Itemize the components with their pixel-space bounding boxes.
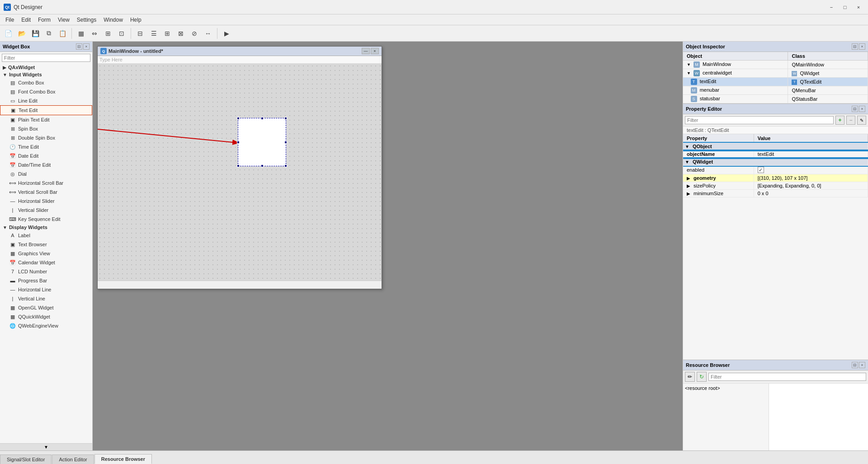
widget-item-progress-bar[interactable]: ▬ Progress Bar <box>0 276 92 285</box>
pe-table-wrapper[interactable]: Property Value ▼ QObject <box>683 134 868 360</box>
toolbar-layout-form[interactable]: ⊠ <box>175 27 187 40</box>
widget-item-combo-box[interactable]: ▤ Combo Box <box>0 78 92 87</box>
widget-box-float[interactable]: ⊟ <box>76 43 82 50</box>
widget-filter-input[interactable] <box>2 54 90 62</box>
menu-edit[interactable]: Edit <box>18 16 34 24</box>
widget-item-key-seq[interactable]: ⌨ Key Sequence Edit <box>0 215 92 224</box>
pe-section-qwidget[interactable]: ▼ QWidget <box>683 158 868 166</box>
widget-item-webengine[interactable]: 🌐 QWebEngineView <box>0 321 92 330</box>
widget-item-dial[interactable]: ◎ Dial <box>0 169 92 178</box>
toolbar-layout-break[interactable]: ⊘ <box>188 27 201 40</box>
widget-box-close[interactable]: × <box>83 43 90 50</box>
widget-item-qquick[interactable]: ▦ QQuickWidget <box>0 312 92 321</box>
widget-section-input[interactable]: ▼ Input Widgets <box>0 71 92 78</box>
widget-item-v-line[interactable]: | Vertical Line <box>0 294 92 303</box>
widget-item-text-browser[interactable]: ▣ Text Browser <box>0 240 92 249</box>
pe-filter-input[interactable] <box>685 116 834 124</box>
close-button[interactable]: × <box>853 3 864 11</box>
handle-tr[interactable] <box>284 117 287 120</box>
pe-row-objectname[interactable]: objectName textEdit <box>683 150 868 158</box>
pe-close[interactable]: × <box>859 106 865 112</box>
oi-close[interactable]: × <box>859 43 865 50</box>
pe-row-geometry[interactable]: ▶ geometry [(310, 120), 107 x 107] <box>683 174 868 182</box>
tab-resource-browser[interactable]: Resource Browser <box>94 454 152 464</box>
widget-item-line-edit[interactable]: ▭ Line Edit <box>0 96 92 105</box>
tab-action-editor[interactable]: Action Editor <box>52 455 94 464</box>
toolbar-edit-tab[interactable]: ⊡ <box>115 27 128 40</box>
pe-remove-btn[interactable]: − <box>846 116 855 125</box>
widget-section-qaxwidget[interactable]: ▶ QAxWidget <box>0 64 92 71</box>
rb-edit-btn[interactable]: ✏ <box>685 372 695 382</box>
pe-add-btn[interactable]: + <box>835 116 844 125</box>
pe-val-enabled[interactable] <box>754 166 868 174</box>
widget-item-datetime-edit[interactable]: 📅 Date/Time Edit <box>0 160 92 169</box>
toolbar-paste[interactable]: 📋 <box>56 27 69 40</box>
toolbar-new[interactable]: 📄 <box>2 27 14 40</box>
widget-item-h-scrollbar[interactable]: ⟺ Horizontal Scroll Bar <box>0 178 92 187</box>
pe-section-qobject[interactable]: ▼ QObject <box>683 143 868 150</box>
rb-float[interactable]: ⊟ <box>852 362 858 368</box>
pe-row-sizepolicy[interactable]: ▶ sizePolicy [Expanding, Expanding, 0, 0… <box>683 182 868 190</box>
menu-form[interactable]: Form <box>34 16 54 24</box>
toolbar-save[interactable]: 💾 <box>29 27 42 40</box>
oi-row-mainwindow[interactable]: ▼ M MainWindow QMainWindow <box>683 61 868 69</box>
pe-row-enabled[interactable]: enabled <box>683 166 868 174</box>
widget-item-opengl[interactable]: ▦ OpenGL Widget <box>0 303 92 312</box>
oi-row-menubar[interactable]: M menubar QMenuBar <box>683 86 868 95</box>
pe-float[interactable]: ⊟ <box>852 106 858 112</box>
handle-mr[interactable] <box>284 141 287 144</box>
widget-item-lcd[interactable]: 7 LCD Number <box>0 267 92 276</box>
design-area[interactable]: Q MainWindow - untitled* — × Type Here <box>93 42 683 450</box>
widget-item-label[interactable]: A Label <box>0 231 92 240</box>
handle-ml[interactable] <box>237 141 240 144</box>
widget-item-date-edit[interactable]: 📅 Date Edit <box>0 151 92 160</box>
handle-bm[interactable] <box>261 164 264 167</box>
handle-tm[interactable] <box>261 117 264 120</box>
toolbar-open[interactable]: 📂 <box>15 27 28 40</box>
widget-item-time-edit[interactable]: 🕐 Time Edit <box>0 142 92 151</box>
widget-item-text-edit[interactable]: ▣ Text Edit <box>0 105 92 115</box>
pe-row-minimumsize[interactable]: ▶ minimumSize 0 x 0 <box>683 190 868 197</box>
widget-item-font-combo-box[interactable]: ▤ Font Combo Box <box>0 87 92 96</box>
widget-item-graphics-view[interactable]: ▦ Graphics View <box>0 249 92 258</box>
toolbar-adjust-size[interactable]: ↔ <box>202 27 214 40</box>
maximize-button[interactable]: □ <box>839 3 851 11</box>
rb-refresh-btn[interactable]: ↻ <box>697 372 707 382</box>
toolbar-copy[interactable]: ⧉ <box>42 27 55 40</box>
widget-item-double-spin-box[interactable]: ⊞ Double Spin Box <box>0 133 92 142</box>
widget-item-v-slider[interactable]: | Vertical Slider <box>0 206 92 215</box>
oi-row-centralwidget[interactable]: ▼ W centralwidget W QWidget <box>683 69 868 78</box>
minimize-button[interactable]: − <box>826 3 837 11</box>
widget-item-h-slider[interactable]: — Horizontal Slider <box>0 197 92 206</box>
toolbar-edit-signals[interactable]: ⇔ <box>88 27 101 40</box>
oi-float[interactable]: ⊟ <box>852 43 858 50</box>
oi-row-textedit[interactable]: T textEdit T QTextEdit <box>683 78 868 86</box>
menu-settings[interactable]: Settings <box>73 16 100 24</box>
widget-item-v-scrollbar[interactable]: ⟺ Vertical Scroll Bar <box>0 187 92 197</box>
handle-br[interactable] <box>284 164 287 167</box>
pe-configure-btn[interactable]: ✎ <box>857 116 866 125</box>
toolbar-edit-buddies[interactable]: ⊞ <box>102 27 114 40</box>
toolbar-layout-g[interactable]: ⊞ <box>161 27 174 40</box>
toolbar-widget-mode[interactable]: ▦ <box>75 27 87 40</box>
toolbar-layout-v[interactable]: ☰ <box>147 27 160 40</box>
widget-item-plain-text-edit[interactable]: ▣ Plain Text Edit <box>0 115 92 124</box>
menu-help[interactable]: Help <box>127 16 145 24</box>
mw-close[interactable]: × <box>371 48 379 54</box>
widget-item-spin-box[interactable]: ⊞ Spin Box <box>0 124 92 133</box>
menu-window[interactable]: Window <box>100 16 127 24</box>
handle-bl[interactable] <box>237 164 240 167</box>
menu-file[interactable]: File <box>2 16 18 24</box>
handle-tl[interactable] <box>237 117 240 120</box>
mw-canvas[interactable] <box>98 64 382 281</box>
menu-view[interactable]: View <box>54 16 73 24</box>
rb-filter-input[interactable] <box>708 373 866 381</box>
widget-item-h-line[interactable]: — Horizontal Line <box>0 285 92 294</box>
tab-signal-slot-editor[interactable]: Signal/Slot Editor <box>0 455 52 464</box>
widget-scroll-down[interactable]: ▼ <box>0 443 92 450</box>
rb-close[interactable]: × <box>859 362 865 368</box>
toolbar-preview[interactable]: ▶ <box>220 27 233 40</box>
toolbar-layout-h[interactable]: ⊟ <box>134 27 146 40</box>
rb-tree[interactable]: <resource root> <box>683 384 769 450</box>
pe-enabled-checkbox[interactable] <box>758 167 764 173</box>
